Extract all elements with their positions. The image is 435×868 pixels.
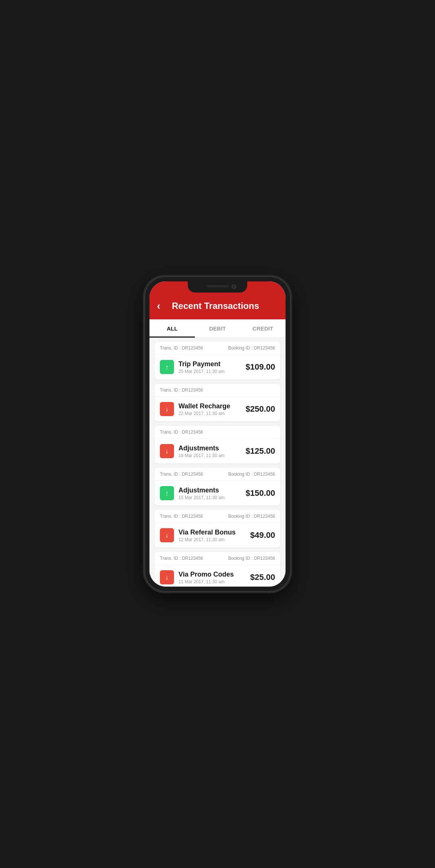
speaker: [206, 285, 229, 287]
card-left: ↓ Via Referal Bonus 12 Mar 2017, 11:30 a…: [160, 528, 236, 542]
transaction-amount: $125.00: [245, 446, 275, 456]
card-left: ↓ Adjustments 18 Mar 2017, 11:30 am: [160, 444, 225, 458]
card-header: Trans. ID : DR123456 Booking ID : DR1234…: [155, 510, 280, 523]
transaction-card[interactable]: Trans. ID : DR123456 Booking ID : DR1234…: [155, 552, 280, 587]
arrow-down-icon: ↓: [160, 444, 174, 458]
notch: [188, 281, 247, 293]
camera: [232, 284, 236, 289]
transaction-card[interactable]: Trans. ID : DR123456 ↓ Adjustments 18 Ma…: [155, 426, 280, 463]
transaction-info: Adjustments 15 Mar 2017, 11:30 am: [178, 486, 225, 500]
card-body: ↑ Adjustments 15 Mar 2017, 11:30 am $150…: [155, 481, 280, 505]
transaction-amount: $250.00: [245, 404, 275, 414]
transaction-card[interactable]: Trans. ID : DR123456 ↓ Wallet Recharge 2…: [155, 384, 280, 421]
card-left: ↑ Trip Payment 25 Mar 2017, 11:30 am: [160, 360, 225, 374]
phone-screen: ‹ Recent Transactions ALL DEBIT CREDIT T…: [149, 281, 286, 587]
transaction-card[interactable]: Trans. ID : DR123456 Booking ID : DR1234…: [155, 510, 280, 548]
transaction-name: Adjustments: [178, 486, 225, 494]
booking-id: Booking ID : DR123456: [228, 345, 275, 351]
transaction-name: Wallet Recharge: [178, 402, 230, 410]
transaction-info: Adjustments 18 Mar 2017, 11:30 am: [178, 444, 225, 458]
trans-id: Trans. ID : DR123456: [160, 345, 203, 351]
card-header: Trans. ID : DR123456 Booking ID : DR1234…: [155, 468, 280, 481]
back-button[interactable]: ‹: [157, 300, 160, 312]
transaction-info: Trip Payment 25 Mar 2017, 11:30 am: [178, 360, 225, 374]
transaction-date: 25 Mar 2017, 11:30 am: [178, 369, 225, 374]
transaction-info: Via Promo Codes 11 Mar 2017, 11:30 am: [178, 571, 234, 584]
transaction-name: Adjustments: [178, 444, 225, 452]
transaction-card[interactable]: Trans. ID : DR123456 Booking ID : DR1234…: [155, 342, 280, 379]
booking-id: Booking ID : DR123456: [228, 514, 275, 519]
card-body: ↓ Via Promo Codes 11 Mar 2017, 11:30 am …: [155, 565, 280, 587]
card-header: Trans. ID : DR123456: [155, 384, 280, 397]
card-header: Trans. ID : DR123456 Booking ID : DR1234…: [155, 552, 280, 565]
trans-id: Trans. ID : DR123456: [160, 472, 203, 477]
arrow-up-icon: ↑: [160, 360, 174, 374]
card-body: ↓ Via Referal Bonus 12 Mar 2017, 11:30 a…: [155, 523, 280, 548]
card-body: ↑ Trip Payment 25 Mar 2017, 11:30 am $10…: [155, 355, 280, 379]
transaction-date: 15 Mar 2017, 11:30 am: [178, 495, 225, 500]
trans-id: Trans. ID : DR123456: [160, 556, 203, 561]
transaction-card[interactable]: Trans. ID : DR123456 Booking ID : DR1234…: [155, 468, 280, 505]
card-left: ↓ Wallet Recharge 22 Mar 2017, 11:30 am: [160, 402, 230, 416]
transaction-date: 18 Mar 2017, 11:30 am: [178, 453, 225, 458]
transactions-list: Trans. ID : DR123456 Booking ID : DR1234…: [149, 338, 286, 587]
card-header: Trans. ID : DR123456: [155, 426, 280, 439]
transaction-amount: $109.00: [245, 362, 275, 372]
transaction-date: 12 Mar 2017, 11:30 am: [178, 537, 236, 542]
transaction-info: Via Referal Bonus 12 Mar 2017, 11:30 am: [178, 529, 236, 542]
page-title: Recent Transactions: [168, 301, 263, 311]
app-content: ‹ Recent Transactions ALL DEBIT CREDIT T…: [149, 281, 286, 587]
transaction-amount: $150.00: [245, 488, 275, 498]
booking-id: Booking ID : DR123456: [228, 556, 275, 561]
tabs-bar: ALL DEBIT CREDIT: [149, 319, 286, 338]
trans-id: Trans. ID : DR123456: [160, 430, 203, 435]
card-left: ↑ Adjustments 15 Mar 2017, 11:30 am: [160, 486, 225, 500]
transaction-name: Via Referal Bonus: [178, 529, 236, 536]
card-left: ↓ Via Promo Codes 11 Mar 2017, 11:30 am: [160, 570, 234, 584]
transaction-name: Via Promo Codes: [178, 571, 234, 578]
transaction-name: Trip Payment: [178, 360, 225, 368]
arrow-down-icon: ↓: [160, 528, 174, 542]
arrow-down-icon: ↓: [160, 570, 174, 584]
transaction-date: 22 Mar 2017, 11:30 am: [178, 411, 230, 416]
tab-credit[interactable]: CREDIT: [240, 319, 286, 338]
trans-id: Trans. ID : DR123456: [160, 514, 203, 519]
trans-id: Trans. ID : DR123456: [160, 387, 203, 393]
tab-all[interactable]: ALL: [149, 319, 195, 338]
transaction-amount: $25.00: [250, 572, 275, 582]
arrow-down-icon: ↓: [160, 402, 174, 416]
card-header: Trans. ID : DR123456 Booking ID : DR1234…: [155, 342, 280, 355]
arrow-up-icon: ↑: [160, 486, 174, 500]
phone-frame: ‹ Recent Transactions ALL DEBIT CREDIT T…: [145, 277, 290, 591]
tab-debit[interactable]: DEBIT: [195, 319, 240, 338]
transaction-amount: $49.00: [250, 530, 275, 540]
card-body: ↓ Wallet Recharge 22 Mar 2017, 11:30 am …: [155, 397, 280, 421]
transaction-date: 11 Mar 2017, 11:30 am: [178, 579, 234, 584]
booking-id: Booking ID : DR123456: [228, 472, 275, 477]
transaction-info: Wallet Recharge 22 Mar 2017, 11:30 am: [178, 402, 230, 416]
card-body: ↓ Adjustments 18 Mar 2017, 11:30 am $125…: [155, 439, 280, 463]
